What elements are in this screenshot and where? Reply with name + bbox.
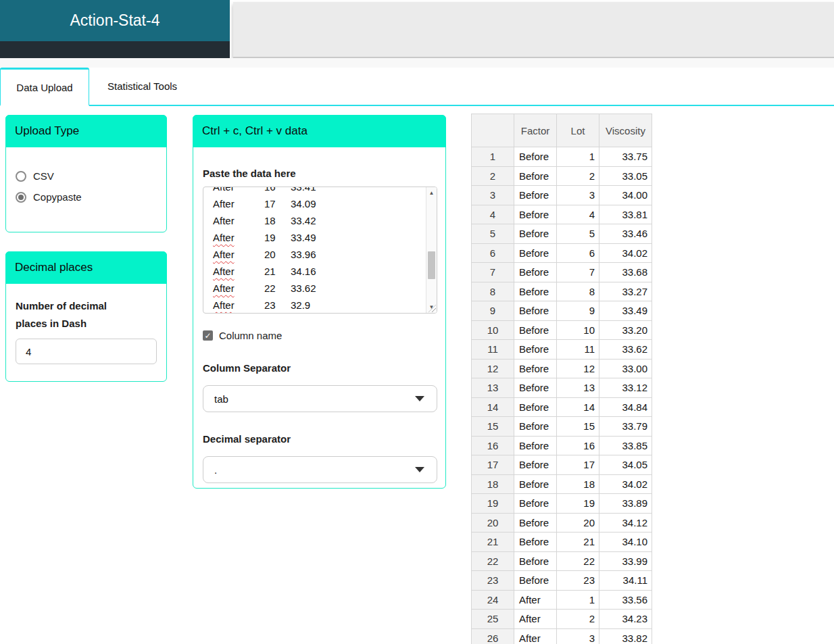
cell-lot[interactable]: 22 <box>557 551 599 571</box>
paste-textarea[interactable]: After1633.41After1734.09After1833.42Afte… <box>203 187 437 314</box>
tab-data-upload[interactable]: Data Upload <box>0 68 89 106</box>
decimal-separator-dropdown[interactable]: . <box>203 456 437 483</box>
cell-lot[interactable]: 18 <box>557 474 599 494</box>
cell-viscosity[interactable]: 33.75 <box>599 147 652 167</box>
radio-option-csv[interactable]: CSV <box>16 166 157 187</box>
textarea-cell: 22 <box>264 282 291 294</box>
cell-lot[interactable]: 6 <box>557 243 599 263</box>
cell-viscosity[interactable]: 33.85 <box>599 436 652 455</box>
cell-lot[interactable]: 14 <box>557 397 599 417</box>
cell-viscosity[interactable]: 33.68 <box>599 263 652 282</box>
cell-viscosity[interactable]: 33.27 <box>599 282 652 301</box>
paste-data-card: Ctrl + c, Ctrl + v data Paste the data h… <box>193 115 446 489</box>
cell-lot[interactable]: 11 <box>557 340 599 360</box>
cell-factor[interactable]: Before <box>514 417 557 437</box>
cell-viscosity[interactable]: 34.10 <box>599 532 652 552</box>
cell-factor[interactable]: After <box>514 590 557 610</box>
cell-lot[interactable]: 7 <box>557 263 599 282</box>
cell-factor[interactable]: Before <box>514 397 557 417</box>
cell-factor[interactable]: Before <box>514 282 557 301</box>
cell-factor[interactable]: Before <box>514 378 557 398</box>
cell-factor[interactable]: Before <box>514 551 557 571</box>
textarea-scrollbar[interactable] <box>426 187 437 313</box>
row-index-cell: 22 <box>472 551 514 571</box>
cell-lot[interactable]: 4 <box>557 205 599 224</box>
radio-selected-icon[interactable] <box>16 192 26 203</box>
cell-factor[interactable]: Before <box>514 571 557 591</box>
cell-lot[interactable]: 20 <box>557 513 599 532</box>
cell-viscosity[interactable]: 33.82 <box>599 628 652 644</box>
cell-factor[interactable]: Before <box>514 224 557 244</box>
cell-viscosity[interactable]: 33.99 <box>599 551 652 571</box>
cell-factor[interactable]: Before <box>514 455 557 475</box>
cell-lot[interactable]: 2 <box>557 610 599 629</box>
cell-viscosity[interactable]: 34.84 <box>599 397 652 417</box>
cell-lot[interactable]: 3 <box>557 186 599 205</box>
cell-lot[interactable]: 23 <box>557 571 599 591</box>
cell-viscosity[interactable]: 34.00 <box>599 186 652 205</box>
column-name-checkbox-row[interactable]: Column name <box>203 330 436 341</box>
column-separator-dropdown[interactable]: tab <box>203 385 437 412</box>
textarea-cell: After <box>213 198 264 209</box>
cell-viscosity[interactable]: 33.46 <box>599 224 652 244</box>
cell-lot[interactable]: 19 <box>557 494 599 514</box>
cell-lot[interactable]: 16 <box>557 436 599 455</box>
cell-lot[interactable]: 2 <box>557 166 599 186</box>
table-row: 19Before1933.89 <box>472 494 652 514</box>
cell-factor[interactable]: Before <box>514 263 557 282</box>
cell-factor[interactable]: Before <box>514 436 557 455</box>
cell-lot[interactable]: 9 <box>557 301 599 321</box>
checkbox-checked-icon[interactable] <box>203 330 213 341</box>
cell-viscosity[interactable]: 33.49 <box>599 301 652 321</box>
cell-factor[interactable]: Before <box>514 243 557 263</box>
cell-factor[interactable]: Before <box>514 320 557 340</box>
cell-viscosity[interactable]: 33.56 <box>599 590 652 610</box>
cell-lot[interactable]: 1 <box>557 590 599 610</box>
cell-factor[interactable]: Before <box>514 359 557 378</box>
cell-viscosity[interactable]: 34.05 <box>599 455 652 475</box>
radio-unselected-icon[interactable] <box>16 171 26 182</box>
cell-viscosity[interactable]: 33.79 <box>599 417 652 437</box>
cell-lot[interactable]: 15 <box>557 417 599 437</box>
cell-factor[interactable]: Before <box>514 474 557 494</box>
radio-option-copypaste[interactable]: Copypaste <box>16 187 157 207</box>
tab-statistical-tools[interactable]: Statistical Tools <box>89 68 195 105</box>
cell-lot[interactable]: 1 <box>557 147 599 167</box>
decimal-places-input[interactable]: 4 <box>16 339 157 364</box>
cell-lot[interactable]: 3 <box>557 628 599 644</box>
cell-factor[interactable]: Before <box>514 494 557 514</box>
cell-lot[interactable]: 8 <box>557 282 599 301</box>
cell-viscosity[interactable]: 34.02 <box>599 474 652 494</box>
cell-factor[interactable]: Before <box>514 166 557 186</box>
cell-viscosity[interactable]: 34.12 <box>599 513 652 532</box>
cell-viscosity[interactable]: 33.20 <box>599 320 652 340</box>
cell-viscosity[interactable]: 33.05 <box>599 166 652 186</box>
cell-factor[interactable]: Before <box>514 205 557 224</box>
scroll-up-icon[interactable] <box>426 188 437 198</box>
cell-viscosity[interactable]: 33.12 <box>599 378 652 398</box>
cell-lot[interactable]: 5 <box>557 224 599 244</box>
cell-lot[interactable]: 13 <box>557 378 599 398</box>
cell-viscosity[interactable]: 34.11 <box>599 571 652 591</box>
cell-factor[interactable]: Before <box>514 301 557 321</box>
cell-factor[interactable]: After <box>514 628 557 644</box>
cell-viscosity[interactable]: 34.23 <box>599 610 652 629</box>
cell-lot[interactable]: 21 <box>557 532 599 552</box>
cell-factor[interactable]: After <box>514 610 557 629</box>
cell-factor[interactable]: Before <box>514 532 557 552</box>
cell-viscosity[interactable]: 33.81 <box>599 205 652 224</box>
cell-viscosity[interactable]: 33.89 <box>599 494 652 514</box>
cell-factor[interactable]: Before <box>514 147 557 167</box>
row-index-cell: 14 <box>472 397 514 417</box>
cell-viscosity[interactable]: 34.02 <box>599 243 652 263</box>
cell-factor[interactable]: Before <box>514 340 557 360</box>
cell-factor[interactable]: Before <box>514 186 557 205</box>
row-index-cell: 3 <box>472 186 514 205</box>
cell-factor[interactable]: Before <box>514 513 557 532</box>
cell-viscosity[interactable]: 33.00 <box>599 359 652 378</box>
cell-lot[interactable]: 12 <box>557 359 599 378</box>
cell-lot[interactable]: 10 <box>557 320 599 340</box>
cell-lot[interactable]: 17 <box>557 455 599 475</box>
scrollbar-thumb[interactable] <box>428 251 435 279</box>
cell-viscosity[interactable]: 33.62 <box>599 340 652 360</box>
